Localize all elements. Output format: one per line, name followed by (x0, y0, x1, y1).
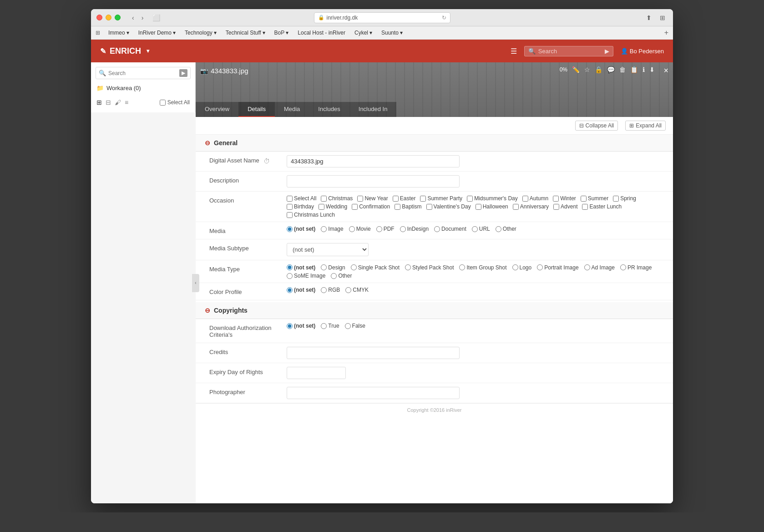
occasion-autumn[interactable]: Autumn (522, 195, 548, 202)
media-type-styled-pack-shot[interactable]: Styled Pack Shot (405, 264, 454, 271)
occasion-anniversary[interactable]: Anniversary (513, 203, 549, 210)
occasion-winter-checkbox[interactable] (553, 196, 559, 202)
occasion-halloween[interactable]: Halloween (476, 203, 508, 210)
media-type-some-image-radio[interactable] (287, 273, 293, 279)
occasion-baptism[interactable]: Baptism (395, 203, 421, 210)
expiry-day-input[interactable] (287, 367, 346, 379)
occasion-wedding[interactable]: Wedding (319, 203, 347, 210)
occasion-easter-lunch-checkbox[interactable] (582, 204, 588, 210)
occasion-winter[interactable]: Winter (553, 195, 576, 202)
media-type-item-group-shot[interactable]: Item Group Shot (459, 264, 506, 271)
media-indesign-radio[interactable] (400, 226, 406, 232)
occasion-new-year[interactable]: New Year (357, 195, 388, 202)
occasion-birthday[interactable]: Birthday (287, 203, 314, 210)
media-type-not-set[interactable]: (not set) (287, 264, 315, 271)
color-profile-rgb-radio[interactable] (321, 287, 327, 293)
credits-input[interactable] (287, 347, 460, 359)
nav-bop[interactable]: BoP ▾ (271, 28, 293, 37)
media-type-pr-image[interactable]: PR Image (620, 264, 652, 271)
header-search-input[interactable] (538, 48, 602, 55)
view-toggle-button[interactable]: ⬜ (150, 13, 162, 22)
occasion-advent[interactable]: Advent (553, 203, 577, 210)
search-submit-button[interactable]: ▶ (605, 48, 609, 55)
share-button[interactable]: ⬆ (644, 13, 654, 22)
expand-all-button[interactable]: ⊞ Expand All (625, 121, 666, 131)
sidebar-search-button[interactable]: ▶ (179, 69, 187, 77)
media-type-other-radio[interactable] (331, 273, 337, 279)
download-auth-false[interactable]: False (345, 323, 365, 329)
copy-icon[interactable]: 📋 (630, 66, 638, 73)
lock-icon[interactable]: 🔒 (595, 66, 602, 73)
user-menu[interactable]: 👤 Bo Pedersen (621, 48, 664, 55)
tab-included-in[interactable]: Included In (349, 102, 397, 117)
url-bar[interactable]: 🔒 inriver.rdg.dk ↻ (314, 12, 450, 23)
occasion-baptism-checkbox[interactable] (395, 204, 400, 210)
occasion-midsummers-checkbox[interactable] (467, 196, 473, 202)
download-auth-true-radio[interactable] (321, 323, 327, 329)
media-not-set[interactable]: (not set) (287, 226, 315, 232)
maximize-window-button[interactable] (115, 15, 121, 20)
tab-details[interactable]: Details (238, 102, 275, 117)
grid-view-icon[interactable]: ⊞ (96, 99, 102, 106)
info-icon[interactable]: ℹ (643, 66, 645, 73)
occasion-advent-checkbox[interactable] (553, 204, 559, 210)
media-type-design-radio[interactable] (321, 264, 327, 270)
media-type-design[interactable]: Design (321, 264, 345, 271)
download-auth-false-radio[interactable] (345, 323, 351, 329)
color-profile-cmyk[interactable]: CMYK (345, 287, 369, 293)
nav-local-host[interactable]: Local Host - inRiver (294, 28, 349, 37)
sidebar-collapse-button[interactable]: ‹ (192, 274, 199, 292)
occasion-easter-lunch[interactable]: Easter Lunch (582, 203, 622, 210)
occasion-anniversary-checkbox[interactable] (513, 204, 519, 210)
refresh-icon[interactable]: ↻ (442, 15, 446, 21)
color-profile-not-set[interactable]: (not set) (287, 287, 315, 293)
occasion-easter[interactable]: Easter (393, 195, 416, 202)
sidebar-search-input[interactable] (108, 70, 177, 76)
occasion-autumn-checkbox[interactable] (522, 196, 528, 202)
back-button[interactable]: ‹ (130, 13, 137, 22)
media-image-radio[interactable] (321, 226, 327, 232)
media-pdf-radio[interactable] (376, 226, 382, 232)
media-type-portrait-image-radio[interactable] (537, 264, 543, 270)
forward-button[interactable]: › (139, 13, 146, 22)
media-indesign[interactable]: InDesign (400, 226, 429, 232)
occasion-halloween-checkbox[interactable] (476, 204, 481, 210)
nav-suunto[interactable]: Suunto ▾ (378, 28, 406, 37)
occasion-summer[interactable]: Summer (581, 195, 608, 202)
nav-cykel[interactable]: Cykel ▾ (351, 28, 376, 37)
nav-inriver-demo[interactable]: InRiver Demo ▾ (135, 28, 179, 37)
media-type-item-group-shot-radio[interactable] (459, 264, 465, 270)
occasion-new-year-checkbox[interactable] (357, 196, 363, 202)
media-document[interactable]: Document (434, 226, 466, 232)
occasion-summer-checkbox[interactable] (581, 196, 587, 202)
media-type-logo[interactable]: Logo (512, 264, 532, 271)
occasion-wedding-checkbox[interactable] (319, 204, 324, 210)
media-type-other[interactable]: Other (331, 273, 352, 279)
select-all-label[interactable]: Select All (160, 99, 190, 106)
history-icon[interactable]: ⏱ (263, 157, 270, 165)
media-type-ad-image-radio[interactable] (584, 264, 590, 270)
tab-includes[interactable]: Includes (309, 102, 349, 117)
nav-technical-stuff[interactable]: Technical Stuff ▾ (222, 28, 269, 37)
trash-icon[interactable]: 🗑 (619, 66, 626, 73)
occasion-summer-party[interactable]: Summer Party (420, 195, 462, 202)
media-type-styled-pack-shot-radio[interactable] (405, 264, 411, 270)
nav-immeo[interactable]: Immeo ▾ (105, 28, 133, 37)
download-icon[interactable]: ⬇ (649, 66, 655, 73)
media-image[interactable]: Image (321, 226, 343, 232)
copyrights-section-toggle[interactable]: ⊖ (205, 307, 210, 314)
occasion-spring[interactable]: Spring (613, 195, 636, 202)
media-url-radio[interactable] (472, 226, 478, 232)
media-subtype-select[interactable]: (not set) (287, 243, 369, 256)
color-profile-not-set-radio[interactable] (287, 287, 293, 293)
app-logo[interactable]: ✎ ENRICH ▾ (100, 46, 149, 56)
occasion-easter-checkbox[interactable] (393, 196, 399, 202)
menu-icon[interactable]: ☰ (511, 47, 517, 56)
general-section-toggle[interactable]: ⊖ (205, 139, 210, 147)
media-type-not-set-radio[interactable] (287, 264, 293, 270)
media-url[interactable]: URL (472, 226, 490, 232)
select-all-checkbox[interactable] (160, 100, 166, 106)
occasion-select-all[interactable]: Select All (287, 195, 316, 202)
lines-icon[interactable]: ≡ (125, 99, 128, 106)
media-type-logo-radio[interactable] (512, 264, 518, 270)
